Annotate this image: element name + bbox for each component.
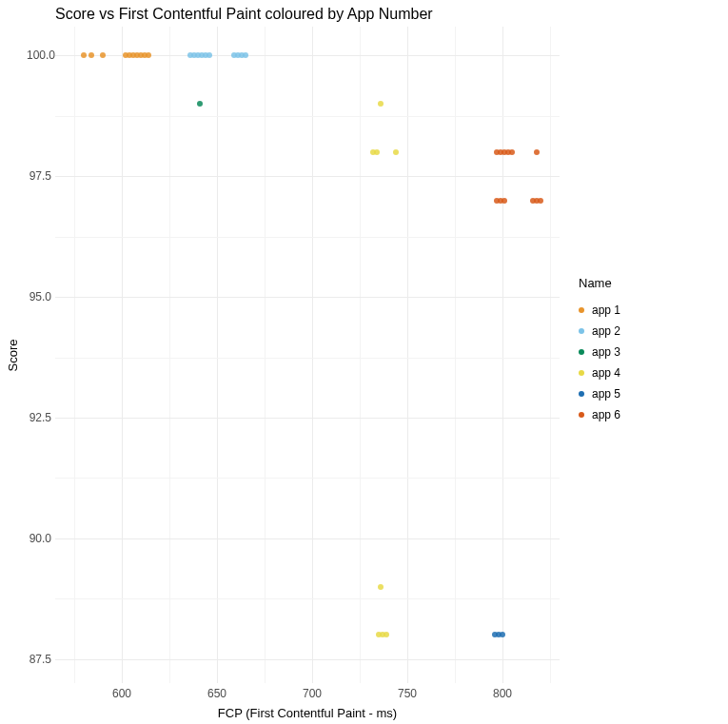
grid-v xyxy=(407,27,408,683)
x-axis-label: FCP (First Contentful Paint - ms) xyxy=(55,706,560,720)
legend-item: app 1 xyxy=(579,300,620,321)
legend-item: app 4 xyxy=(579,362,620,383)
data-point xyxy=(146,52,151,58)
x-tick-label: 700 xyxy=(303,687,322,700)
legend-item: app 5 xyxy=(579,383,620,404)
y-tick-label: 90.0 xyxy=(27,532,51,545)
y-tick-label: 87.5 xyxy=(27,653,51,666)
data-point xyxy=(534,149,540,155)
legend-swatch xyxy=(579,328,584,334)
y-tick-label: 97.5 xyxy=(27,169,51,183)
data-point xyxy=(81,52,87,58)
chart-title: Score vs First Contentful Paint coloured… xyxy=(55,6,433,23)
grid-v-minor xyxy=(360,27,361,683)
chart-container: Score vs First Contentful Paint coloured… xyxy=(0,0,728,724)
data-point xyxy=(374,149,380,155)
grid-v-minor xyxy=(455,27,456,683)
grid-h-minor xyxy=(55,237,560,238)
legend-item: app 2 xyxy=(579,321,620,342)
grid-h-minor xyxy=(55,478,560,479)
data-point xyxy=(378,101,384,107)
data-point xyxy=(89,52,94,58)
legend-title: Name xyxy=(579,276,620,290)
legend-swatch xyxy=(579,370,584,376)
y-tick-label: 95.0 xyxy=(27,290,51,303)
data-point xyxy=(393,149,399,155)
grid-v-minor xyxy=(265,27,266,683)
y-axis-label: Score xyxy=(6,27,21,683)
legend-item: app 6 xyxy=(579,404,620,425)
legend-label: app 1 xyxy=(592,303,620,317)
data-point xyxy=(378,584,384,590)
grid-h xyxy=(55,418,560,419)
plot-area xyxy=(55,27,560,683)
data-point xyxy=(538,198,543,204)
grid-h xyxy=(55,659,560,660)
legend-swatch xyxy=(579,349,584,355)
legend: Name app 1app 2app 3app 4app 5app 6 xyxy=(579,276,620,425)
data-point xyxy=(509,149,515,155)
data-point xyxy=(100,52,106,58)
legend-label: app 2 xyxy=(592,324,620,338)
legend-item: app 3 xyxy=(579,342,620,362)
grid-h-minor xyxy=(55,358,560,359)
legend-label: app 5 xyxy=(592,387,620,401)
y-tick-label: 92.5 xyxy=(27,411,51,424)
grid-v-minor xyxy=(169,27,170,683)
data-point xyxy=(502,198,507,204)
legend-label: app 4 xyxy=(592,366,620,380)
legend-label: app 3 xyxy=(592,345,620,359)
legend-label: app 6 xyxy=(592,408,620,421)
data-point xyxy=(197,101,203,107)
legend-swatch xyxy=(579,391,584,397)
grid-v-minor xyxy=(74,27,75,683)
grid-h-minor xyxy=(55,116,560,117)
grid-v-minor xyxy=(550,27,551,683)
x-tick-label: 600 xyxy=(112,687,131,700)
y-tick-label: 100.0 xyxy=(27,49,51,62)
grid-h-minor xyxy=(55,598,560,599)
grid-v xyxy=(217,27,218,683)
x-tick-label: 800 xyxy=(493,687,512,700)
grid-h xyxy=(55,538,560,539)
data-point xyxy=(384,632,389,637)
data-point xyxy=(243,52,248,58)
grid-h xyxy=(55,176,560,177)
legend-swatch xyxy=(579,412,584,418)
data-point xyxy=(207,52,212,58)
x-tick-label: 650 xyxy=(207,687,226,700)
grid-v xyxy=(312,27,313,683)
grid-v xyxy=(122,27,123,683)
x-tick-label: 750 xyxy=(398,687,417,700)
grid-h xyxy=(55,297,560,298)
data-point xyxy=(500,632,505,637)
grid-v xyxy=(502,27,503,683)
legend-swatch xyxy=(579,307,584,313)
